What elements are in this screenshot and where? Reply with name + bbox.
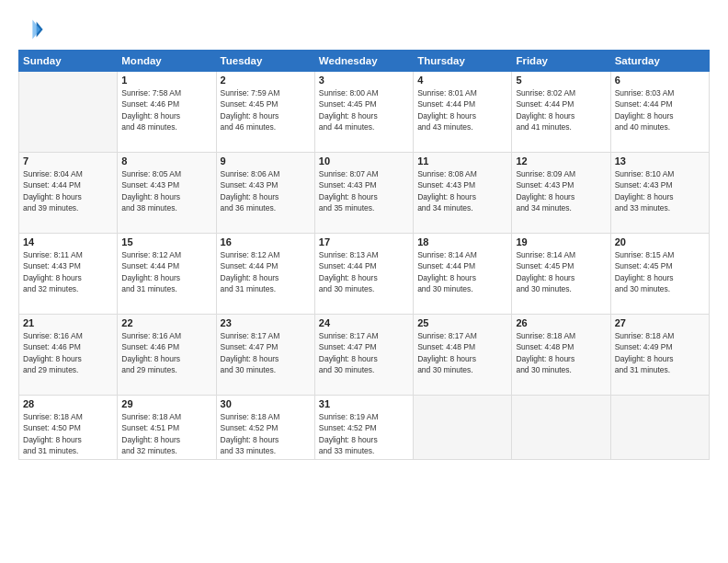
weekday-header-saturday: Saturday [610,51,709,72]
calendar-cell: 4Sunrise: 8:01 AM Sunset: 4:44 PM Daylig… [414,72,512,153]
day-content: Sunrise: 8:18 AM Sunset: 4:50 PM Dayligh… [23,411,113,456]
day-number: 25 [417,317,507,328]
day-content: Sunrise: 8:17 AM Sunset: 4:48 PM Dayligh… [417,330,507,375]
calendar-cell: 22Sunrise: 8:16 AM Sunset: 4:46 PM Dayli… [118,315,216,396]
day-content: Sunrise: 8:14 AM Sunset: 4:45 PM Dayligh… [516,249,606,294]
calendar-week-row: 1Sunrise: 7:58 AM Sunset: 4:46 PM Daylig… [19,72,710,153]
calendar-cell: 1Sunrise: 7:58 AM Sunset: 4:46 PM Daylig… [118,72,216,153]
day-number: 18 [417,236,507,247]
day-number: 20 [615,236,705,247]
day-number: 14 [23,236,113,247]
weekday-header-tuesday: Tuesday [216,51,314,72]
weekday-header-wednesday: Wednesday [314,51,413,72]
day-content: Sunrise: 8:18 AM Sunset: 4:51 PM Dayligh… [121,411,211,456]
day-content: Sunrise: 8:05 AM Sunset: 4:43 PM Dayligh… [121,168,211,213]
day-number: 26 [516,317,606,328]
day-number: 19 [516,236,606,247]
day-number: 21 [23,317,113,328]
calendar-cell: 21Sunrise: 8:16 AM Sunset: 4:46 PM Dayli… [19,315,118,396]
calendar-cell [610,396,709,460]
calendar-cell: 16Sunrise: 8:12 AM Sunset: 4:44 PM Dayli… [216,234,314,315]
weekday-header-friday: Friday [512,51,610,72]
calendar-cell: 23Sunrise: 8:17 AM Sunset: 4:47 PM Dayli… [216,315,314,396]
day-content: Sunrise: 8:11 AM Sunset: 4:43 PM Dayligh… [23,249,113,294]
calendar-cell: 9Sunrise: 8:06 AM Sunset: 4:43 PM Daylig… [216,153,314,234]
day-content: Sunrise: 8:18 AM Sunset: 4:52 PM Dayligh… [221,411,311,456]
day-number: 13 [615,155,705,167]
day-content: Sunrise: 8:16 AM Sunset: 4:46 PM Dayligh… [23,330,113,375]
calendar-cell: 30Sunrise: 8:18 AM Sunset: 4:52 PM Dayli… [216,396,314,460]
day-content: Sunrise: 8:01 AM Sunset: 4:44 PM Dayligh… [417,87,507,132]
calendar-cell: 19Sunrise: 8:14 AM Sunset: 4:45 PM Dayli… [512,234,610,315]
day-content: Sunrise: 8:13 AM Sunset: 4:44 PM Dayligh… [319,249,409,294]
day-content: Sunrise: 8:07 AM Sunset: 4:43 PM Dayligh… [319,168,409,213]
header [18,17,710,42]
day-content: Sunrise: 8:12 AM Sunset: 4:44 PM Dayligh… [121,249,211,294]
calendar-cell: 27Sunrise: 8:18 AM Sunset: 4:49 PM Dayli… [610,315,709,396]
day-content: Sunrise: 8:18 AM Sunset: 4:49 PM Dayligh… [615,330,705,375]
day-content: Sunrise: 8:15 AM Sunset: 4:45 PM Dayligh… [615,249,705,294]
day-content: Sunrise: 8:09 AM Sunset: 4:43 PM Dayligh… [516,168,606,213]
calendar-cell: 20Sunrise: 8:15 AM Sunset: 4:45 PM Dayli… [610,234,709,315]
calendar-week-row: 28Sunrise: 8:18 AM Sunset: 4:50 PM Dayli… [19,396,710,460]
weekday-header-thursday: Thursday [414,51,512,72]
calendar-cell: 13Sunrise: 8:10 AM Sunset: 4:43 PM Dayli… [610,153,709,234]
day-number: 16 [221,236,311,247]
calendar-cell: 8Sunrise: 8:05 AM Sunset: 4:43 PM Daylig… [118,153,216,234]
page: SundayMondayTuesdayWednesdayThursdayFrid… [0,0,728,563]
day-content: Sunrise: 8:19 AM Sunset: 4:52 PM Dayligh… [319,411,409,456]
calendar-cell: 12Sunrise: 8:09 AM Sunset: 4:43 PM Dayli… [512,153,610,234]
calendar-week-row: 14Sunrise: 8:11 AM Sunset: 4:43 PM Dayli… [19,234,710,315]
calendar-cell [19,72,118,153]
logo-icon [18,17,44,42]
weekday-header-sunday: Sunday [19,51,118,72]
day-number: 11 [417,155,507,167]
day-content: Sunrise: 8:00 AM Sunset: 4:45 PM Dayligh… [319,87,409,132]
calendar-cell [512,396,610,460]
day-content: Sunrise: 8:18 AM Sunset: 4:48 PM Dayligh… [516,330,606,375]
day-number: 22 [121,317,211,328]
calendar-cell: 28Sunrise: 8:18 AM Sunset: 4:50 PM Dayli… [19,396,118,460]
day-content: Sunrise: 8:17 AM Sunset: 4:47 PM Dayligh… [221,330,311,375]
calendar-cell: 15Sunrise: 8:12 AM Sunset: 4:44 PM Dayli… [118,234,216,315]
day-number: 15 [121,236,211,247]
calendar-cell: 24Sunrise: 8:17 AM Sunset: 4:47 PM Dayli… [314,315,413,396]
day-number: 23 [221,317,311,328]
day-number: 27 [615,317,705,328]
calendar-cell: 7Sunrise: 8:04 AM Sunset: 4:44 PM Daylig… [19,153,118,234]
day-number: 29 [121,398,211,409]
day-content: Sunrise: 8:10 AM Sunset: 4:43 PM Dayligh… [615,168,705,213]
calendar-cell: 17Sunrise: 8:13 AM Sunset: 4:44 PM Dayli… [314,234,413,315]
calendar-cell: 2Sunrise: 7:59 AM Sunset: 4:45 PM Daylig… [216,72,314,153]
day-number: 4 [417,75,507,86]
day-number: 5 [516,75,606,86]
day-number: 24 [319,317,409,328]
day-number: 17 [319,236,409,247]
svg-marker-1 [32,20,40,40]
day-number: 6 [615,75,705,86]
day-number: 31 [319,398,409,409]
calendar-cell: 31Sunrise: 8:19 AM Sunset: 4:52 PM Dayli… [314,396,413,460]
day-content: Sunrise: 8:06 AM Sunset: 4:43 PM Dayligh… [221,168,311,213]
day-number: 9 [221,155,311,167]
day-number: 10 [319,155,409,167]
day-content: Sunrise: 8:14 AM Sunset: 4:44 PM Dayligh… [417,249,507,294]
day-number: 12 [516,155,606,167]
calendar-cell: 10Sunrise: 8:07 AM Sunset: 4:43 PM Dayli… [314,153,413,234]
weekday-header-row: SundayMondayTuesdayWednesdayThursdayFrid… [19,51,710,72]
day-number: 2 [221,75,311,86]
weekday-header-monday: Monday [118,51,216,72]
calendar-cell: 18Sunrise: 8:14 AM Sunset: 4:44 PM Dayli… [414,234,512,315]
day-content: Sunrise: 7:59 AM Sunset: 4:45 PM Dayligh… [221,87,311,132]
calendar-cell: 3Sunrise: 8:00 AM Sunset: 4:45 PM Daylig… [314,72,413,153]
calendar-table: SundayMondayTuesdayWednesdayThursdayFrid… [18,50,710,460]
day-number: 8 [121,155,211,167]
day-content: Sunrise: 8:16 AM Sunset: 4:46 PM Dayligh… [121,330,211,375]
day-content: Sunrise: 8:12 AM Sunset: 4:44 PM Dayligh… [221,249,311,294]
day-number: 3 [319,75,409,86]
day-content: Sunrise: 8:08 AM Sunset: 4:43 PM Dayligh… [417,168,507,213]
calendar-cell: 6Sunrise: 8:03 AM Sunset: 4:44 PM Daylig… [610,72,709,153]
day-content: Sunrise: 8:03 AM Sunset: 4:44 PM Dayligh… [615,87,705,132]
calendar-cell: 26Sunrise: 8:18 AM Sunset: 4:48 PM Dayli… [512,315,610,396]
day-number: 28 [23,398,113,409]
